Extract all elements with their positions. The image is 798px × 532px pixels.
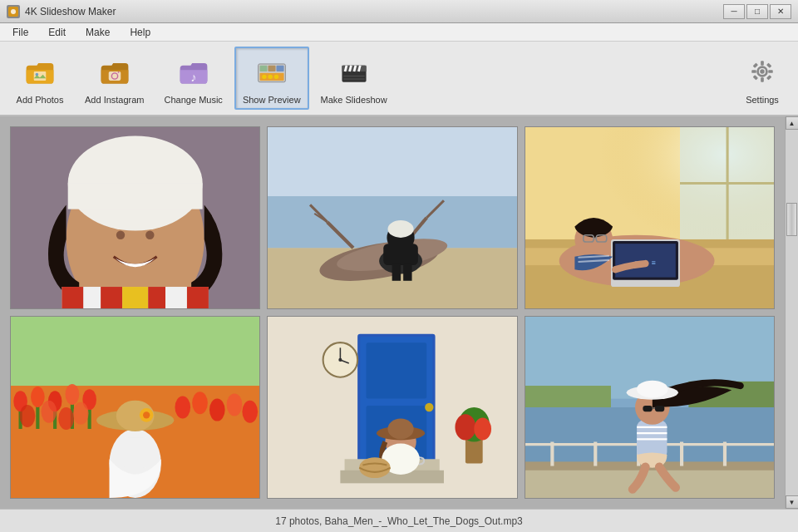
svg-rect-31 bbox=[766, 63, 771, 68]
svg-point-94 bbox=[42, 401, 57, 423]
make-slideshow-button[interactable]: Make Slideshow bbox=[313, 47, 396, 110]
svg-point-99 bbox=[209, 399, 225, 421]
svg-rect-148 bbox=[643, 406, 652, 411]
svg-point-93 bbox=[20, 405, 36, 427]
svg-rect-27 bbox=[761, 77, 764, 81]
svg-rect-47 bbox=[187, 287, 209, 308]
add-photos-button[interactable]: Add Photos bbox=[7, 47, 73, 110]
svg-point-98 bbox=[192, 392, 208, 414]
change-music-button[interactable]: ♪ Change Music bbox=[156, 47, 231, 110]
photo-item[interactable] bbox=[10, 316, 260, 499]
svg-rect-103 bbox=[121, 437, 150, 467]
svg-point-36 bbox=[68, 135, 203, 230]
svg-rect-135 bbox=[525, 468, 774, 498]
photo-item[interactable] bbox=[525, 316, 775, 499]
svg-rect-133 bbox=[525, 386, 611, 407]
svg-rect-37 bbox=[68, 183, 203, 209]
toolbar: Add Photos Add Instagram ♪ bbox=[0, 42, 798, 116]
add-instagram-button[interactable]: Add Instagram bbox=[76, 47, 153, 110]
add-photos-icon bbox=[20, 52, 60, 91]
maximize-button[interactable]: □ bbox=[746, 4, 768, 19]
svg-point-13 bbox=[262, 75, 266, 79]
svg-rect-32 bbox=[753, 75, 758, 80]
change-music-icon: ♪ bbox=[174, 52, 214, 91]
scroll-down-button[interactable]: ▼ bbox=[786, 495, 799, 509]
svg-point-15 bbox=[273, 75, 278, 79]
svg-rect-149 bbox=[655, 406, 664, 411]
show-preview-button[interactable]: Show Preview bbox=[234, 47, 309, 110]
svg-rect-43 bbox=[101, 287, 122, 308]
svg-rect-45 bbox=[148, 287, 165, 308]
svg-point-86 bbox=[31, 387, 45, 407]
svg-point-121 bbox=[475, 417, 492, 440]
svg-rect-9 bbox=[259, 66, 267, 71]
svg-rect-28 bbox=[751, 70, 756, 73]
photo-item[interactable] bbox=[267, 126, 517, 309]
menu-file[interactable]: File bbox=[3, 24, 37, 41]
show-preview-label: Show Preview bbox=[243, 95, 301, 105]
settings-label: Settings bbox=[746, 95, 779, 105]
svg-rect-33 bbox=[766, 75, 771, 80]
svg-point-126 bbox=[388, 418, 414, 439]
svg-rect-111 bbox=[367, 342, 427, 398]
app-icon bbox=[7, 5, 20, 18]
svg-line-19 bbox=[349, 66, 351, 71]
svg-point-100 bbox=[227, 393, 243, 416]
svg-point-6 bbox=[117, 71, 119, 73]
svg-point-96 bbox=[73, 402, 89, 425]
add-instagram-label: Add Instagram bbox=[85, 95, 145, 105]
app-title: 4K Slideshow Maker bbox=[25, 6, 718, 17]
svg-point-107 bbox=[143, 411, 150, 418]
photo-grid: ≡ ≡ ≡ bbox=[0, 116, 785, 509]
svg-rect-49 bbox=[268, 127, 516, 196]
change-music-label: Change Music bbox=[165, 95, 223, 105]
photo-item[interactable] bbox=[10, 126, 260, 309]
svg-rect-64 bbox=[403, 264, 411, 281]
scrollbar-track bbox=[786, 130, 798, 495]
status-text: 17 photos, Baha_Men_-_Who_Let_The_Dogs_O… bbox=[275, 515, 523, 527]
add-instagram-icon bbox=[95, 52, 135, 91]
svg-point-97 bbox=[175, 397, 190, 419]
settings-icon bbox=[742, 52, 782, 91]
svg-point-152 bbox=[637, 381, 667, 398]
svg-point-101 bbox=[242, 401, 258, 423]
svg-rect-30 bbox=[753, 63, 758, 68]
window-controls: ─ □ ✕ bbox=[723, 4, 791, 19]
show-preview-icon bbox=[252, 52, 292, 91]
scroll-up-button[interactable]: ▲ bbox=[786, 116, 799, 130]
svg-rect-10 bbox=[268, 66, 275, 71]
svg-point-39 bbox=[145, 231, 154, 239]
status-bar: 17 photos, Baha_Men_-_Who_Let_The_Dogs_O… bbox=[0, 509, 798, 532]
menu-make[interactable]: Make bbox=[76, 24, 119, 41]
main-area: ≡ ≡ ≡ bbox=[0, 116, 798, 509]
svg-rect-41 bbox=[62, 287, 83, 308]
scrollbar-thumb[interactable] bbox=[786, 203, 797, 236]
settings-button[interactable]: Settings bbox=[733, 47, 791, 110]
svg-point-25 bbox=[760, 69, 764, 73]
svg-rect-62 bbox=[384, 244, 419, 265]
svg-rect-11 bbox=[276, 66, 283, 71]
scrollbar: ▲ ▼ bbox=[785, 116, 798, 509]
svg-line-20 bbox=[354, 66, 356, 71]
menu-edit[interactable]: Edit bbox=[39, 24, 75, 41]
svg-point-95 bbox=[58, 407, 74, 430]
menu-help[interactable]: Help bbox=[121, 24, 160, 41]
close-button[interactable]: ✕ bbox=[770, 4, 791, 19]
svg-point-14 bbox=[268, 75, 272, 79]
svg-point-61 bbox=[388, 220, 414, 238]
svg-rect-63 bbox=[392, 264, 401, 281]
svg-line-21 bbox=[358, 66, 360, 71]
menu-bar: File Edit Make Help bbox=[0, 23, 798, 42]
svg-rect-46 bbox=[165, 287, 187, 308]
svg-point-90 bbox=[66, 384, 80, 405]
minimize-button[interactable]: ─ bbox=[723, 4, 745, 19]
svg-rect-29 bbox=[768, 70, 772, 73]
svg-point-120 bbox=[456, 414, 476, 440]
svg-rect-42 bbox=[83, 287, 101, 308]
photo-item[interactable]: ≡ ≡ ≡ bbox=[525, 126, 775, 309]
photo-item[interactable] bbox=[267, 316, 517, 499]
svg-rect-44 bbox=[122, 287, 148, 308]
svg-text:♪: ♪ bbox=[190, 71, 196, 84]
add-photos-label: Add Photos bbox=[17, 95, 64, 105]
svg-point-38 bbox=[116, 231, 125, 239]
